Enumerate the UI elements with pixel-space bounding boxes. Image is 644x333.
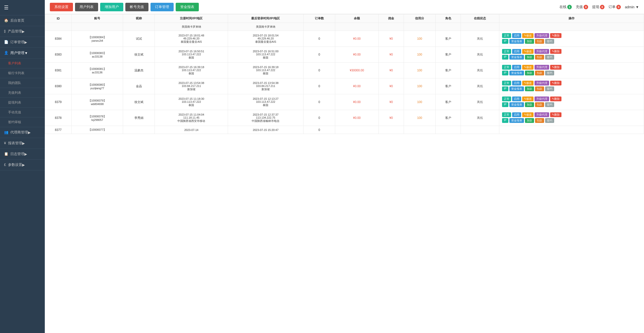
action-btn-签约[interactable]: 签约 — [545, 55, 554, 60]
sidebar-subitem-my-team[interactable]: 我的团队 — [0, 78, 45, 88]
sidebar-arrow-agent: ▶ — [28, 130, 31, 134]
action-btn-修改[interactable]: ✎修改 — [522, 33, 534, 38]
action-btn-加款[interactable]: 加款 — [525, 102, 534, 107]
cell-balance: ¥0.00 — [335, 94, 379, 110]
cell-account: 【10008384】ywnec2t4 — [71, 31, 123, 47]
action-btn-签约[interactable]: 签约 — [545, 39, 554, 44]
sidebar-subitem-contract-review[interactable]: 签约审核 — [0, 117, 45, 127]
cell-status: 离线 — [461, 63, 499, 78]
sidebar-subitem-recharge-list[interactable]: 充值列表 — [0, 88, 45, 98]
action-btn-升级代理[interactable]: 升级代理 — [535, 112, 549, 117]
action-btn-正常[interactable]: 正常 — [502, 49, 511, 54]
action-btn-删除[interactable]: ✎删除 — [550, 49, 561, 54]
action-btn-资金报表[interactable]: 资金报表 — [509, 118, 524, 123]
action-btn-签约[interactable]: 签约 — [545, 71, 554, 75]
action-btn-加款[interactable]: 加款 — [525, 118, 534, 123]
action-btn-签约[interactable]: 签约 — [545, 118, 554, 123]
action-btn-IP[interactable]: IP — [502, 55, 508, 60]
action-btn-升级代理[interactable]: 升级代理 — [535, 97, 549, 101]
action-btn-IP[interactable]: IP — [502, 118, 508, 123]
admin-label: admin — [625, 5, 634, 9]
sidebar-subitem-withdraw-list[interactable]: 提现列表 — [0, 98, 45, 108]
action-btn-启用[interactable]: 启用 — [512, 112, 521, 117]
cell-orders: 0 — [303, 47, 335, 63]
action-btn-升级代理[interactable]: 升级代理 — [535, 33, 549, 38]
order-manage-button[interactable]: 订单管理 — [150, 3, 174, 11]
sidebar-subitem-bank-card[interactable]: 银行卡列表 — [0, 68, 45, 78]
action-btn-修改[interactable]: ✎修改 — [522, 81, 534, 85]
fund-report-button[interactable]: 资金报表 — [176, 3, 199, 11]
action-btn-扣款[interactable]: 扣款 — [535, 118, 544, 123]
action-btn-启用[interactable]: 启用 — [512, 65, 521, 70]
action-btn-升级代理[interactable]: 升级代理 — [535, 81, 549, 85]
action-btn-删除[interactable]: ✎删除 — [550, 65, 561, 70]
action-btn-加款[interactable]: 加款 — [525, 71, 534, 75]
action-btn-签约[interactable]: 签约 — [545, 86, 554, 91]
action-btn-正常[interactable]: 正常 — [502, 81, 511, 85]
action-btn-扣款[interactable]: 扣款 — [535, 102, 544, 107]
action-btn-正常[interactable]: 正常 — [502, 97, 511, 101]
action-btn-扣款[interactable]: 扣款 — [535, 39, 544, 44]
action-btn-IP[interactable]: IP — [502, 71, 508, 75]
action-btn-加款[interactable]: 加款 — [525, 39, 534, 44]
sidebar-item-param[interactable]: £参数设置 ▶ — [0, 160, 45, 170]
sidebar-item-user[interactable]: 👤用户管理 ▼ — [0, 48, 45, 59]
action-btn-IP[interactable]: IP — [502, 86, 508, 91]
action-btn-删除[interactable]: ✎删除 — [550, 81, 561, 85]
action-btn-删除[interactable]: ✎删除 — [550, 33, 561, 38]
sidebar-subitem-customer-list[interactable]: 客户列表 — [0, 59, 45, 68]
action-btn-升级代理[interactable]: 升级代理 — [535, 65, 549, 70]
action-btn-删除[interactable]: ✎删除 — [550, 97, 561, 101]
action-btn-启用[interactable]: 启用 — [512, 81, 521, 85]
sidebar-item-agent[interactable]: 👥代理商管理 ▶ — [0, 127, 45, 138]
cell-role: 客户 — [436, 78, 461, 94]
action-btn-加款[interactable]: 加款 — [525, 55, 534, 60]
action-btn-删除[interactable]: ✎删除 — [550, 112, 561, 117]
action-btn-资金报表[interactable]: 资金报表 — [509, 39, 524, 44]
sidebar-menu-icon[interactable]: ☰ — [0, 0, 45, 15]
col-orders: 订单数 — [303, 14, 335, 23]
action-btn-修改[interactable]: ✎修改 — [522, 49, 534, 54]
sidebar-item-home[interactable]: 🏠后台首页 — [0, 15, 45, 26]
action-btn-升级代理[interactable]: 升级代理 — [535, 49, 549, 54]
action-btn-资金报表[interactable]: 资金报表 — [509, 55, 524, 60]
sidebar-item-product[interactable]: ₿产品管理 ▶ — [0, 26, 45, 37]
cell-id: 8377 — [45, 126, 72, 134]
cell-commission: ¥0 — [378, 78, 404, 94]
recharge-badge: 充值 0 — [576, 5, 588, 9]
cell-last-info: 2023-07-15 16:39:18103.113.47.222泰国 — [228, 63, 304, 78]
recharge-count: 0 — [584, 5, 588, 9]
action-btn-加款[interactable]: 加款 — [525, 86, 534, 91]
cell-balance — [335, 23, 379, 31]
sidebar-label-order: 订单管理 — [10, 40, 24, 44]
action-btn-扣款[interactable]: 扣款 — [535, 71, 544, 75]
sidebar-item-order[interactable]: 📄订单管理 ▶ — [0, 37, 45, 48]
action-btn-修改[interactable]: ✎修改 — [522, 112, 534, 117]
action-btn-修改[interactable]: ✎修改 — [522, 65, 534, 70]
action-btn-IP[interactable]: IP — [502, 102, 508, 107]
sidebar-item-log[interactable]: 📋日志管理 ▶ — [0, 149, 45, 160]
action-btn-正常[interactable]: 正常 — [502, 112, 511, 117]
action-btn-启用[interactable]: 启用 — [512, 97, 521, 101]
action-btn-启用[interactable]: 启用 — [512, 49, 521, 54]
action-btn-签约[interactable]: 签约 — [545, 102, 554, 107]
action-btn-资金报表[interactable]: 资金报表 — [509, 71, 524, 75]
sys-settings-button[interactable]: 系统设置 — [50, 3, 73, 11]
sidebar-subitem-manual-recharge[interactable]: 手动充值 — [0, 108, 45, 117]
action-btn-扣款[interactable]: 扣款 — [535, 55, 544, 60]
action-btn-修改[interactable]: ✎修改 — [522, 97, 534, 101]
add-user-button[interactable]: 增加用户 — [100, 3, 123, 11]
action-btn-扣款[interactable]: 扣款 — [535, 86, 544, 91]
account-recharge-button[interactable]: 帐号充值 — [125, 3, 148, 11]
action-btn-IP[interactable]: IP — [502, 39, 508, 44]
sidebar-item-report[interactable]: ¥报表管理 ▶ — [0, 138, 45, 149]
action-btn-启用[interactable]: 启用 — [512, 33, 521, 38]
action-btn-资金报表[interactable]: 资金报表 — [509, 102, 524, 107]
user-list-button[interactable]: 用户列表 — [75, 3, 98, 11]
action-btn-正常[interactable]: 正常 — [502, 33, 511, 38]
cell-orders: 0 — [303, 94, 335, 110]
action-btn-正常[interactable]: 正常 — [502, 65, 511, 70]
sidebar: ☰ 🏠后台首页 ₿产品管理 ▶ 📄订单管理 ▶ 👤用户管理 ▼ 客户列表 银行卡… — [0, 0, 45, 333]
action-btn-资金报表[interactable]: 资金报表 — [509, 86, 524, 91]
admin-menu[interactable]: admin ▼ — [625, 5, 639, 9]
